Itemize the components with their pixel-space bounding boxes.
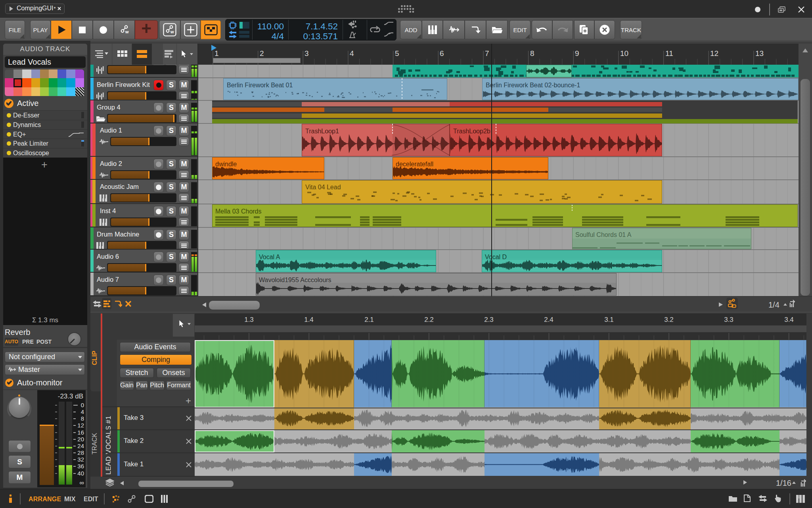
svg-text:w: w bbox=[170, 29, 174, 34]
svg-text:w: w bbox=[125, 29, 129, 34]
